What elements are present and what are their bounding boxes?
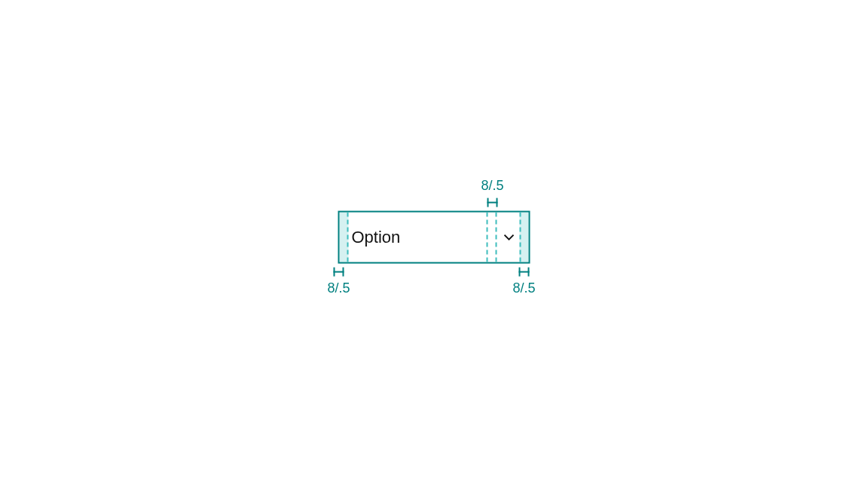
spacing-diagram: 8/.5 Option 8/.5 8/.5 <box>338 211 530 264</box>
dropdown-label: Option <box>352 228 401 247</box>
chevron-down-icon <box>503 231 515 244</box>
measurement-label: 8/.5 <box>328 280 350 297</box>
measurement-bottom-right: 8/.5 <box>513 267 536 300</box>
measurement-top-gap: 8/.5 <box>481 175 504 208</box>
padding-guide-right <box>520 213 529 262</box>
h-bracket-icon <box>334 267 344 277</box>
dropdown-component[interactable]: Option <box>338 211 530 264</box>
h-bracket-icon <box>519 267 530 277</box>
padding-guide-left <box>340 213 349 262</box>
measurement-bottom-left: 8/.5 <box>328 267 350 300</box>
spacing-guide-gap <box>487 213 497 262</box>
measurement-label: 8/.5 <box>481 178 504 194</box>
measurement-label: 8/.5 <box>513 280 536 297</box>
h-bracket-icon <box>487 197 498 207</box>
